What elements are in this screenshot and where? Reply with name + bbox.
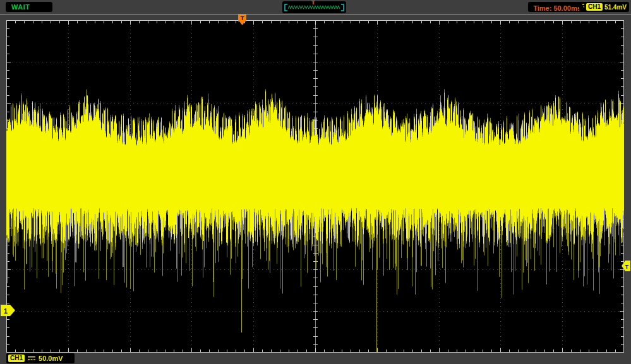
trigger-level-readout: 51.4mV — [604, 4, 627, 11]
edge-trigger-icon — [582, 3, 584, 11]
channel1-offset-marker[interactable]: 1 — [1, 305, 16, 316]
channel1-offset-label: 1 — [4, 307, 8, 315]
dc-coupling-icon — [27, 355, 36, 361]
oscilloscope-screen: WAIT T Time: 50.00ms CH1 51.4mV — [0, 0, 631, 364]
acquisition-status-box: WAIT — [6, 2, 52, 12]
trigger-level-label: T — [625, 264, 629, 270]
preview-left-bracket-icon — [285, 4, 287, 11]
channel1-scale-readout: 50.0mV — [39, 355, 63, 362]
graticule-waveform-canvas — [6, 20, 624, 353]
preview-trigger-position-icon: T — [311, 0, 315, 6]
channel1-readout-box: CH1 50.0mV — [6, 353, 75, 363]
channel1-badge: CH1 — [8, 355, 25, 362]
status-bar: WAIT T Time: 50.00ms CH1 51.4mV — [0, 0, 631, 14]
timebase-readout: Time: 50.00ms — [533, 4, 581, 12]
trigger-level-marker[interactable]: T — [622, 261, 630, 271]
timebase-readout-box: Time: 50.00ms — [528, 2, 586, 12]
preview-right-bracket-icon — [341, 4, 344, 11]
trigger-position-marker[interactable]: T — [238, 15, 246, 25]
acquisition-status: WAIT — [6, 2, 52, 12]
preview-waveform-icon — [288, 6, 340, 9]
trigger-source-badge: CH1 — [586, 3, 603, 11]
topbar-separator — [0, 14, 631, 15]
trigger-readout-box: CH1 51.4mV — [579, 2, 629, 12]
trigger-position-label: T — [241, 15, 244, 21]
